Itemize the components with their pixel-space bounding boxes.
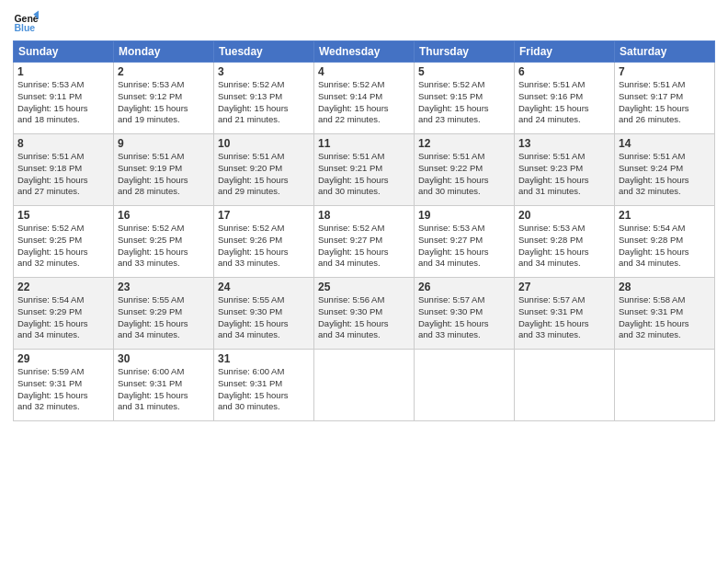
day-number: 23 <box>118 281 210 293</box>
day-cell: 12Sunrise: 5:51 AM Sunset: 9:22 PM Dayli… <box>415 134 515 206</box>
day-number: 1 <box>17 65 109 78</box>
day-cell: 26Sunrise: 5:57 AM Sunset: 9:30 PM Dayli… <box>415 278 515 350</box>
day-info: Sunrise: 5:51 AM Sunset: 9:17 PM Dayligh… <box>619 79 711 126</box>
day-number: 28 <box>619 281 711 293</box>
day-cell <box>314 350 415 421</box>
day-number: 21 <box>619 209 711 222</box>
day-info: Sunrise: 5:53 AM Sunset: 9:12 PM Dayligh… <box>118 79 210 126</box>
day-cell: 6Sunrise: 5:51 AM Sunset: 9:16 PM Daylig… <box>515 63 615 134</box>
day-number: 20 <box>518 209 610 222</box>
day-cell: 15Sunrise: 5:52 AM Sunset: 9:25 PM Dayli… <box>14 206 114 278</box>
day-cell <box>515 350 615 421</box>
day-cell: 17Sunrise: 5:52 AM Sunset: 9:26 PM Dayli… <box>214 206 314 278</box>
col-header-wednesday: Wednesday <box>314 41 415 63</box>
day-number: 29 <box>17 352 109 365</box>
day-info: Sunrise: 5:52 AM Sunset: 9:25 PM Dayligh… <box>17 223 109 270</box>
day-cell: 2Sunrise: 5:53 AM Sunset: 9:12 PM Daylig… <box>114 63 214 134</box>
week-row-1: 1Sunrise: 5:53 AM Sunset: 9:11 PM Daylig… <box>14 63 715 134</box>
day-cell: 31Sunrise: 6:00 AM Sunset: 9:31 PM Dayli… <box>214 350 314 421</box>
week-row-5: 29Sunrise: 5:59 AM Sunset: 9:31 PM Dayli… <box>14 350 715 421</box>
day-cell: 13Sunrise: 5:51 AM Sunset: 9:23 PM Dayli… <box>515 134 615 206</box>
day-number: 5 <box>418 65 510 78</box>
day-info: Sunrise: 5:54 AM Sunset: 9:29 PM Dayligh… <box>17 294 109 341</box>
day-info: Sunrise: 6:00 AM Sunset: 9:31 PM Dayligh… <box>118 366 210 413</box>
day-info: Sunrise: 5:51 AM Sunset: 9:24 PM Dayligh… <box>619 151 711 198</box>
day-cell: 19Sunrise: 5:53 AM Sunset: 9:27 PM Dayli… <box>415 206 515 278</box>
day-number: 4 <box>318 65 410 78</box>
day-info: Sunrise: 5:55 AM Sunset: 9:30 PM Dayligh… <box>218 294 310 341</box>
day-number: 17 <box>218 209 310 222</box>
day-info: Sunrise: 6:00 AM Sunset: 9:31 PM Dayligh… <box>218 366 310 413</box>
col-header-friday: Friday <box>515 41 615 63</box>
page: General Blue SundayMondayTuesdayWednesda… <box>0 0 728 563</box>
day-info: Sunrise: 5:59 AM Sunset: 9:31 PM Dayligh… <box>17 366 109 413</box>
svg-text:Blue: Blue <box>14 22 35 33</box>
day-cell: 25Sunrise: 5:56 AM Sunset: 9:30 PM Dayli… <box>314 278 415 350</box>
day-number: 19 <box>418 209 510 222</box>
day-number: 3 <box>218 65 310 78</box>
day-cell: 3Sunrise: 5:52 AM Sunset: 9:13 PM Daylig… <box>214 63 314 134</box>
day-info: Sunrise: 5:51 AM Sunset: 9:16 PM Dayligh… <box>518 79 610 126</box>
col-header-sunday: Sunday <box>14 41 114 63</box>
day-cell: 22Sunrise: 5:54 AM Sunset: 9:29 PM Dayli… <box>14 278 114 350</box>
day-info: Sunrise: 5:51 AM Sunset: 9:23 PM Dayligh… <box>518 151 610 198</box>
day-info: Sunrise: 5:51 AM Sunset: 9:20 PM Dayligh… <box>218 151 310 198</box>
day-cell: 1Sunrise: 5:53 AM Sunset: 9:11 PM Daylig… <box>14 63 114 134</box>
col-header-thursday: Thursday <box>415 41 515 63</box>
day-info: Sunrise: 5:53 AM Sunset: 9:28 PM Dayligh… <box>518 223 610 270</box>
day-info: Sunrise: 5:57 AM Sunset: 9:31 PM Dayligh… <box>518 294 610 341</box>
day-number: 11 <box>318 137 410 150</box>
day-cell: 30Sunrise: 6:00 AM Sunset: 9:31 PM Dayli… <box>114 350 214 421</box>
day-number: 10 <box>218 137 310 150</box>
day-cell: 23Sunrise: 5:55 AM Sunset: 9:29 PM Dayli… <box>114 278 214 350</box>
week-row-4: 22Sunrise: 5:54 AM Sunset: 9:29 PM Dayli… <box>14 278 715 350</box>
day-info: Sunrise: 5:51 AM Sunset: 9:22 PM Dayligh… <box>418 151 510 198</box>
day-info: Sunrise: 5:52 AM Sunset: 9:27 PM Dayligh… <box>318 223 410 270</box>
day-number: 22 <box>17 281 109 293</box>
logo-icon: General Blue <box>13 9 39 35</box>
day-number: 14 <box>619 137 711 150</box>
day-info: Sunrise: 5:55 AM Sunset: 9:29 PM Dayligh… <box>118 294 210 341</box>
day-cell: 4Sunrise: 5:52 AM Sunset: 9:14 PM Daylig… <box>314 63 415 134</box>
day-cell: 18Sunrise: 5:52 AM Sunset: 9:27 PM Dayli… <box>314 206 415 278</box>
day-cell: 9Sunrise: 5:51 AM Sunset: 9:19 PM Daylig… <box>114 134 214 206</box>
day-cell: 27Sunrise: 5:57 AM Sunset: 9:31 PM Dayli… <box>515 278 615 350</box>
col-header-tuesday: Tuesday <box>214 41 314 63</box>
day-cell <box>615 350 715 421</box>
day-number: 31 <box>218 352 310 365</box>
day-number: 2 <box>118 65 210 78</box>
day-number: 25 <box>318 281 410 293</box>
day-cell: 28Sunrise: 5:58 AM Sunset: 9:31 PM Dayli… <box>615 278 715 350</box>
day-cell: 14Sunrise: 5:51 AM Sunset: 9:24 PM Dayli… <box>615 134 715 206</box>
day-cell: 24Sunrise: 5:55 AM Sunset: 9:30 PM Dayli… <box>214 278 314 350</box>
header: General Blue <box>13 9 715 35</box>
day-info: Sunrise: 5:52 AM Sunset: 9:26 PM Dayligh… <box>218 223 310 270</box>
day-info: Sunrise: 5:52 AM Sunset: 9:13 PM Dayligh… <box>218 79 310 126</box>
week-row-2: 8Sunrise: 5:51 AM Sunset: 9:18 PM Daylig… <box>14 134 715 206</box>
day-info: Sunrise: 5:58 AM Sunset: 9:31 PM Dayligh… <box>619 294 711 341</box>
day-info: Sunrise: 5:54 AM Sunset: 9:28 PM Dayligh… <box>619 223 711 270</box>
day-number: 16 <box>118 209 210 222</box>
day-number: 27 <box>518 281 610 293</box>
day-number: 6 <box>518 65 610 78</box>
calendar-table: SundayMondayTuesdayWednesdayThursdayFrid… <box>13 40 715 421</box>
day-info: Sunrise: 5:56 AM Sunset: 9:30 PM Dayligh… <box>318 294 410 341</box>
day-cell: 11Sunrise: 5:51 AM Sunset: 9:21 PM Dayli… <box>314 134 415 206</box>
day-number: 7 <box>619 65 711 78</box>
day-cell: 20Sunrise: 5:53 AM Sunset: 9:28 PM Dayli… <box>515 206 615 278</box>
col-header-saturday: Saturday <box>615 41 715 63</box>
header-row: SundayMondayTuesdayWednesdayThursdayFrid… <box>14 41 715 63</box>
day-info: Sunrise: 5:52 AM Sunset: 9:14 PM Dayligh… <box>318 79 410 126</box>
day-info: Sunrise: 5:57 AM Sunset: 9:30 PM Dayligh… <box>418 294 510 341</box>
day-cell: 10Sunrise: 5:51 AM Sunset: 9:20 PM Dayli… <box>214 134 314 206</box>
week-row-3: 15Sunrise: 5:52 AM Sunset: 9:25 PM Dayli… <box>14 206 715 278</box>
day-info: Sunrise: 5:51 AM Sunset: 9:19 PM Dayligh… <box>118 151 210 198</box>
day-info: Sunrise: 5:53 AM Sunset: 9:27 PM Dayligh… <box>418 223 510 270</box>
day-cell: 7Sunrise: 5:51 AM Sunset: 9:17 PM Daylig… <box>615 63 715 134</box>
day-info: Sunrise: 5:51 AM Sunset: 9:18 PM Dayligh… <box>17 151 109 198</box>
day-number: 24 <box>218 281 310 293</box>
day-cell <box>415 350 515 421</box>
day-number: 12 <box>418 137 510 150</box>
day-number: 8 <box>17 137 109 150</box>
day-info: Sunrise: 5:52 AM Sunset: 9:25 PM Dayligh… <box>118 223 210 270</box>
